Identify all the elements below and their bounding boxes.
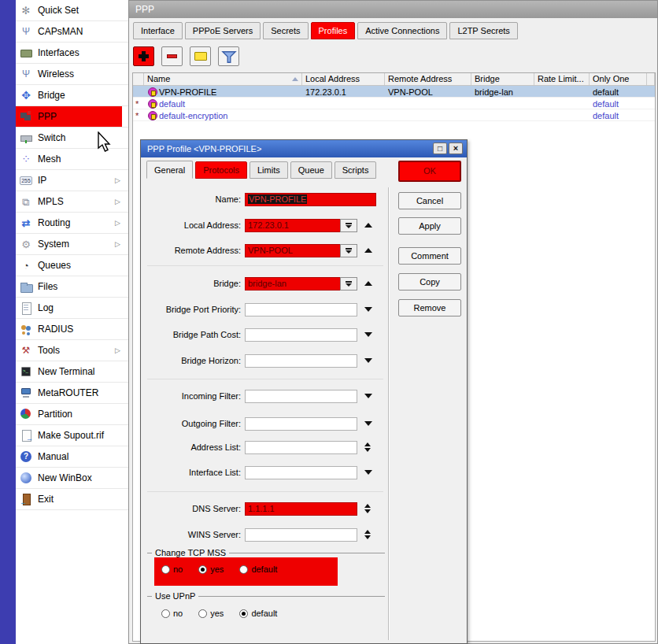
sidebar-item-interfaces[interactable]: Interfaces: [16, 43, 128, 64]
wins-server-input[interactable]: [245, 528, 357, 542]
expand-arrow-icon[interactable]: [364, 307, 372, 312]
updown-arrows-icon[interactable]: [364, 530, 371, 539]
sidebar-item-metarouter[interactable]: MetaROUTER: [16, 383, 128, 404]
bridge-path-cost-input[interactable]: [245, 328, 357, 342]
copy-button[interactable]: Copy: [398, 273, 461, 291]
close-button[interactable]: ×: [449, 142, 463, 154]
expand-arrow-icon[interactable]: [364, 470, 372, 475]
tab-general[interactable]: General: [146, 161, 193, 179]
sidebar-item-files[interactable]: Files: [16, 276, 128, 298]
col-only-one[interactable]: Only One: [590, 73, 647, 85]
dns-server-input[interactable]: 1.1.1.1: [245, 502, 357, 516]
tab-l2tp-secrets[interactable]: L2TP Secrets: [449, 22, 517, 39]
bridge-input[interactable]: bridge-lan: [245, 277, 340, 291]
interface-list-input[interactable]: [245, 466, 357, 479]
ok-button[interactable]: OK: [398, 161, 461, 182]
sidebar-item-manual[interactable]: Manual: [16, 446, 128, 468]
tab-queue[interactable]: Queue: [290, 161, 332, 179]
sidebar-item-new-terminal[interactable]: New Terminal: [16, 361, 128, 383]
bridge-dropdown-button[interactable]: [340, 277, 357, 291]
sidebar-item-wireless[interactable]: Wireless: [16, 64, 128, 85]
sidebar-item-routing[interactable]: Routing▷: [16, 213, 128, 234]
sidebar-item-tools[interactable]: Tools▷: [16, 340, 128, 361]
col-local-address[interactable]: Local Address: [302, 73, 385, 85]
tab-limits[interactable]: Limits: [250, 161, 288, 179]
remote-address-dropdown-button[interactable]: [340, 244, 357, 257]
updown-arrows-icon[interactable]: [364, 504, 371, 513]
local-address-input[interactable]: 172.23.0.1: [245, 219, 340, 232]
tab-pppoe-servers[interactable]: PPPoE Servers: [185, 22, 261, 39]
tab-interface[interactable]: Interface: [133, 22, 183, 39]
col-name[interactable]: Name: [144, 73, 302, 85]
address-list-input[interactable]: [245, 441, 357, 454]
sidebar-item-system[interactable]: System▷: [16, 234, 128, 255]
tab-scripts[interactable]: Scripts: [335, 161, 377, 179]
add-button[interactable]: [133, 46, 154, 66]
name-input[interactable]: VPN-PROFILE: [245, 193, 376, 206]
bridge-horizon-input[interactable]: [245, 354, 357, 368]
row-flag: *: [133, 109, 144, 121]
sidebar-item-mpls[interactable]: MPLS▷: [16, 191, 128, 213]
sidebar-item-log[interactable]: Log: [16, 298, 128, 319]
expand-arrow-icon[interactable]: [364, 332, 372, 337]
col-remote-address[interactable]: Remote Address: [385, 73, 471, 85]
sidebar-item-radius[interactable]: RADIUS: [16, 319, 128, 340]
ppp-window-titlebar[interactable]: PPP: [129, 1, 657, 18]
sidebar-item-exit[interactable]: Exit: [16, 489, 128, 510]
sidebar-item-quick-set[interactable]: Quick Set: [16, 0, 128, 21]
dialog-titlebar[interactable]: PPP Profile <VPN-PROFILE> □ ×: [141, 140, 467, 157]
expand-arrow-icon[interactable]: [364, 358, 372, 363]
sidebar-item-bridge[interactable]: Bridge: [16, 85, 128, 106]
sidebar-item-new-winbox[interactable]: New WinBox: [16, 468, 128, 489]
collapse-arrow-icon[interactable]: [364, 248, 372, 253]
tab-active-connections[interactable]: Active Connections: [357, 22, 447, 39]
dropdown-icon: [346, 281, 352, 287]
filter-button[interactable]: [218, 46, 239, 66]
maximize-button[interactable]: □: [433, 142, 447, 154]
radio-tcp-mss-no[interactable]: no: [161, 564, 183, 574]
comment-button[interactable]: [190, 46, 211, 66]
remote-address-input[interactable]: VPN-POOL: [245, 244, 340, 257]
sidebar-item-queues[interactable]: Queues: [16, 255, 128, 276]
radio-upnp-yes[interactable]: yes: [198, 609, 224, 618]
sidebar-item-label: System: [38, 239, 69, 250]
remove-button[interactable]: [161, 46, 183, 66]
mpls-tags-icon: [20, 195, 32, 208]
sidebar-item-ip[interactable]: IP▷: [16, 170, 128, 191]
table-row[interactable]: VPN-PROFILE 172.23.0.1 VPN-POOL bridge-l…: [133, 86, 655, 98]
sidebar-item-switch[interactable]: Switch: [16, 128, 128, 149]
col-rate-limit[interactable]: Rate Limit...: [534, 73, 590, 85]
comment-button[interactable]: Comment: [398, 247, 461, 265]
table-row[interactable]: * default default: [133, 98, 655, 109]
tab-secrets[interactable]: Secrets: [263, 22, 308, 39]
collapse-arrow-icon[interactable]: [364, 223, 372, 228]
radio-upnp-default[interactable]: default: [239, 609, 277, 618]
tab-profiles[interactable]: Profiles: [311, 22, 356, 39]
radio-tcp-mss-yes[interactable]: yes: [198, 564, 224, 574]
updown-arrows-icon[interactable]: [364, 442, 371, 452]
table-row[interactable]: * default-encryption default: [133, 109, 655, 121]
sidebar-item-mesh[interactable]: Mesh: [16, 149, 128, 170]
collapse-arrow-icon[interactable]: [364, 281, 372, 286]
sidebar-item-partition[interactable]: Partition: [16, 404, 128, 425]
sidebar-item-make-supout[interactable]: Make Supout.rif: [16, 425, 128, 446]
local-address-label: Local Address:: [141, 220, 245, 230]
remote-address-label: Remote Address:: [141, 246, 245, 255]
sidebar-item-capsman[interactable]: CAPsMAN: [16, 21, 128, 43]
expand-arrow-icon[interactable]: [364, 421, 372, 426]
apply-button[interactable]: Apply: [398, 217, 461, 235]
sidebar-item-ppp[interactable]: PPP: [16, 106, 128, 128]
expand-arrow-icon[interactable]: [364, 394, 372, 398]
tab-protocols[interactable]: Protocols: [195, 161, 247, 179]
incoming-filter-input[interactable]: [245, 390, 357, 403]
remove-button[interactable]: Remove: [398, 299, 461, 316]
col-bridge[interactable]: Bridge: [471, 73, 534, 85]
globe-icon: [20, 472, 32, 484]
cancel-button[interactable]: Cancel: [398, 192, 461, 209]
bridge-port-priority-input[interactable]: [245, 303, 357, 316]
radio-upnp-no[interactable]: no: [161, 609, 183, 618]
change-tcp-mss-radios: no yes default: [161, 564, 277, 574]
radio-tcp-mss-default[interactable]: default: [239, 564, 277, 574]
outgoing-filter-input[interactable]: [245, 417, 357, 431]
local-address-dropdown-button[interactable]: [340, 219, 357, 232]
